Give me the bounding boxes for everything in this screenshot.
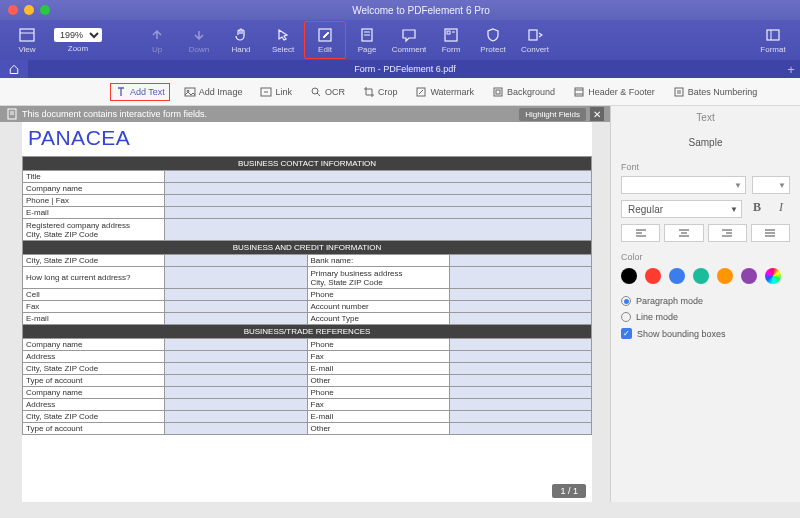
maximize-window-icon[interactable] [40, 5, 50, 15]
document-brand: PANACEA [22, 122, 592, 156]
background-button[interactable]: Background [488, 84, 559, 100]
format-button[interactable]: Format [752, 21, 794, 59]
background-label: Background [507, 87, 555, 97]
link-label: Link [275, 87, 292, 97]
svg-rect-18 [496, 90, 500, 94]
hand-button[interactable]: Hand [220, 21, 262, 59]
window-controls [8, 5, 50, 15]
zoom-control[interactable]: 199% Zoom [48, 21, 108, 59]
svg-rect-10 [767, 30, 779, 40]
align-justify-button[interactable] [751, 224, 790, 242]
svg-rect-22 [675, 88, 683, 96]
color-picker-icon[interactable] [765, 268, 781, 284]
page-indicator: 1 / 1 [552, 484, 586, 498]
select-button[interactable]: Select [262, 21, 304, 59]
font-family-select[interactable]: ▼ [621, 176, 746, 194]
header-footer-button[interactable]: Header & Footer [569, 84, 659, 100]
color-swatch[interactable] [693, 268, 709, 284]
page-button[interactable]: Page [346, 21, 388, 59]
color-swatch[interactable] [741, 268, 757, 284]
form-table: BUSINESS CONTACT INFORMATION Title Compa… [22, 156, 592, 435]
edit-toolbar: Add Text Add Image Link OCR Crop Waterma… [0, 78, 800, 106]
checkbox-icon: ✓ [621, 328, 632, 339]
section-header: BUSINESS AND CREDIT INFORMATION [23, 241, 592, 255]
crop-button[interactable]: Crop [359, 84, 402, 100]
color-swatch[interactable] [645, 268, 661, 284]
radio-icon [621, 312, 631, 322]
bounding-boxes-label: Show bounding boxes [637, 329, 726, 339]
hand-label: Hand [231, 45, 250, 54]
up-button: Up [136, 21, 178, 59]
minimize-window-icon[interactable] [24, 5, 34, 15]
document-tab[interactable]: Form - PDFelement 6.pdf [28, 64, 782, 74]
main-toolbar: View 199% Zoom Up Down Hand Select Edit … [0, 20, 800, 60]
color-swatch[interactable] [621, 268, 637, 284]
svg-rect-0 [20, 29, 34, 41]
link-button[interactable]: Link [256, 84, 296, 100]
home-button[interactable] [0, 60, 28, 78]
paragraph-mode-option[interactable]: Paragraph mode [621, 296, 790, 306]
svg-rect-7 [447, 31, 450, 34]
new-tab-button[interactable]: + [782, 62, 800, 77]
font-size-select[interactable]: ▼ [752, 176, 790, 194]
zoom-select[interactable]: 199% [54, 28, 102, 42]
sample-text: Sample [621, 137, 790, 148]
add-text-button[interactable]: Add Text [110, 83, 170, 101]
align-left-button[interactable] [621, 224, 660, 242]
comment-label: Comment [392, 45, 427, 54]
pdf-page[interactable]: PANACEA BUSINESS CONTACT INFORMATION Tit… [22, 122, 592, 502]
close-window-icon[interactable] [8, 5, 18, 15]
convert-label: Convert [521, 45, 549, 54]
bates-button[interactable]: Bates Numbering [669, 84, 762, 100]
view-label: View [18, 45, 35, 54]
highlight-fields-button[interactable]: Highlight Fields [519, 108, 586, 121]
tab-strip: Form - PDFelement 6.pdf + [0, 60, 800, 78]
ocr-label: OCR [325, 87, 345, 97]
watermark-label: Watermark [430, 87, 474, 97]
align-center-button[interactable] [664, 224, 703, 242]
svg-rect-9 [529, 30, 537, 40]
form-label: Form [442, 45, 461, 54]
font-style-select[interactable]: Regular▼ [621, 200, 742, 218]
svg-rect-19 [575, 88, 583, 96]
bounding-boxes-option[interactable]: ✓ Show bounding boxes [621, 328, 790, 339]
form-button[interactable]: Form [430, 21, 472, 59]
radio-icon [621, 296, 631, 306]
close-infobar-icon[interactable]: ✕ [590, 107, 604, 121]
bold-button[interactable]: B [748, 200, 766, 218]
color-swatch[interactable] [717, 268, 733, 284]
down-label: Down [189, 45, 209, 54]
zoom-label: Zoom [68, 44, 88, 53]
info-bar: This document contains interactive form … [0, 106, 610, 122]
color-section-label: Color [621, 252, 790, 262]
info-bar-message: This document contains interactive form … [22, 109, 519, 119]
paragraph-mode-label: Paragraph mode [636, 296, 703, 306]
edit-label: Edit [318, 45, 332, 54]
italic-button[interactable]: I [772, 200, 790, 218]
font-section-label: Font [621, 162, 790, 172]
add-image-label: Add Image [199, 87, 243, 97]
align-right-button[interactable] [708, 224, 747, 242]
view-button[interactable]: View [6, 21, 48, 59]
window-title: Welcome to PDFelement 6 Pro [50, 5, 792, 16]
comment-button[interactable]: Comment [388, 21, 430, 59]
watermark-button[interactable]: Watermark [411, 84, 478, 100]
line-mode-label: Line mode [636, 312, 678, 322]
page-label: Page [358, 45, 377, 54]
document-pane[interactable]: This document contains interactive form … [0, 106, 610, 502]
select-label: Select [272, 45, 294, 54]
line-mode-option[interactable]: Line mode [621, 312, 790, 322]
convert-button[interactable]: Convert [514, 21, 556, 59]
add-image-button[interactable]: Add Image [180, 84, 247, 100]
color-swatch[interactable] [669, 268, 685, 284]
add-text-label: Add Text [130, 87, 165, 97]
up-label: Up [152, 45, 162, 54]
edit-button[interactable]: Edit [304, 21, 346, 59]
protect-button[interactable]: Protect [472, 21, 514, 59]
format-label: Format [760, 45, 785, 54]
ocr-button[interactable]: OCR [306, 84, 349, 100]
titlebar: Welcome to PDFelement 6 Pro [0, 0, 800, 20]
section-header: BUSINESS CONTACT INFORMATION [23, 157, 592, 171]
section-header: BUSINESS/TRADE REFERENCES [23, 325, 592, 339]
header-footer-label: Header & Footer [588, 87, 655, 97]
